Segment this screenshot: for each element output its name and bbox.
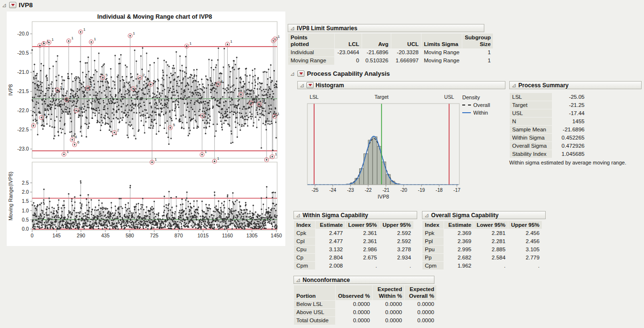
svg-text:LSL: LSL	[310, 94, 319, 100]
imr-chart-canvas[interactable]: -20.0-20.5-21.0-21.5-22.0-22.5-23.00.00.…	[7, 12, 285, 246]
table-row: LSL-25.05	[510, 93, 587, 101]
imr-chart-title: Individual & Moving Range chart of IVP8	[32, 13, 277, 20]
table-cell: 2.885	[474, 246, 508, 253]
table-cell: 0.452265	[552, 134, 587, 141]
svg-text:IVP8: IVP8	[378, 194, 389, 199]
svg-text:5: 5	[244, 90, 246, 94]
table-row: Cpl2.4772.3612.592	[294, 237, 413, 245]
within-capability-title: Within Sigma Capability	[303, 212, 368, 219]
svg-text:6: 6	[77, 140, 80, 144]
table-cell: Above USL	[294, 309, 335, 316]
table-cell: 0.510326	[362, 57, 391, 65]
disclosure-triangle-icon[interactable]: ⊿	[296, 277, 301, 283]
table-row: Cp2.8042.6752.934	[294, 254, 413, 261]
table-cell: 2.804	[316, 254, 345, 261]
table-cell: 0	[335, 57, 362, 65]
table-cell: -21.25	[552, 101, 587, 109]
table-row: Pp2.6822.5842.779	[422, 254, 542, 261]
svg-text:0: 0	[31, 233, 34, 238]
legend-within-label: Within	[473, 110, 488, 116]
svg-text:2: 2	[69, 95, 71, 99]
red-triangle-menu-button[interactable]	[9, 2, 16, 8]
table-cell: Stability Index	[510, 150, 552, 158]
table-header-cell: Lower 95%	[346, 221, 379, 229]
disclosure-triangle-icon[interactable]: ⊿	[512, 82, 516, 88]
disclosure-triangle-icon[interactable]: ⊿	[2, 2, 7, 8]
svg-text:1: 1	[83, 27, 86, 32]
red-triangle-menu-button[interactable]	[297, 70, 304, 77]
svg-text:1: 1	[189, 41, 192, 46]
table-cell: 2.592	[380, 237, 413, 245]
table-cell: LSL	[510, 93, 552, 101]
disclosure-triangle-icon[interactable]: ⊿	[296, 212, 301, 218]
table-cell: 0.0000	[373, 317, 404, 325]
table-cell: Overall Sigma	[510, 142, 552, 150]
svg-text:5: 5	[205, 111, 207, 116]
svg-text:-24: -24	[329, 187, 337, 193]
histogram-canvas[interactable]: LSLTargetUSL-25-24-23-22-21-20-19-18-17I…	[301, 91, 474, 204]
disclosure-triangle-icon[interactable]: ⊿	[290, 71, 295, 77]
within-capability-table: IndexEstimateLower 95%Upper 95%Cpk2.4772…	[293, 221, 414, 270]
legend-title: Density	[462, 94, 501, 100]
table-cell: 2.477	[316, 229, 345, 237]
table-cell: 2.934	[380, 254, 413, 261]
table-cell: Target	[510, 101, 552, 109]
svg-text:290: 290	[77, 233, 85, 238]
svg-text:Target: Target	[375, 94, 388, 100]
svg-text:-18: -18	[436, 187, 443, 193]
red-triangle-icon	[308, 84, 312, 86]
legend-item-within: Within	[462, 110, 501, 116]
table-cell: Cpm	[294, 262, 315, 269]
table-cell: .	[346, 262, 379, 269]
legend-item-overall: Overall	[462, 102, 501, 108]
table-cell: 3.132	[316, 246, 345, 253]
table-cell: Cp	[294, 254, 315, 261]
table-cell: .	[508, 262, 542, 269]
table-cell: 0.0000	[336, 317, 372, 325]
svg-text:-25: -25	[312, 187, 319, 193]
table-cell: 2.675	[346, 254, 379, 261]
svg-text:1: 1	[205, 150, 207, 154]
table-cell: Sample Mean	[510, 126, 552, 133]
disclosure-triangle-icon[interactable]: ⊿	[290, 25, 295, 31]
nonconformance-title: Nonconformance	[303, 277, 350, 283]
table-cell: 2.477	[316, 237, 345, 245]
table-cell: 0.0000	[336, 309, 372, 316]
svg-text:-19: -19	[418, 187, 425, 193]
table-cell: 2.682	[444, 254, 474, 261]
table-cell: Moving Range	[288, 57, 334, 65]
table-row: USL-17.44	[510, 109, 587, 117]
table-cell: 0.0000	[405, 301, 436, 308]
table-row: Moving Range00.5103261.666997Moving Rang…	[288, 57, 493, 65]
table-cell: Moving Range	[422, 49, 462, 57]
table-row: Target-21.25	[510, 101, 587, 109]
table-row: Within Sigma0.452265	[510, 134, 587, 141]
histogram-header: ⊿ Histogram	[297, 81, 505, 89]
disclosure-triangle-icon[interactable]: ⊿	[424, 212, 429, 218]
table-row: Cpm1.962..	[422, 262, 542, 269]
disclosure-triangle-icon[interactable]: ⊿	[300, 82, 304, 88]
red-triangle-menu-button[interactable]	[306, 82, 314, 88]
table-cell: Moving Range	[422, 57, 462, 65]
within-sigma-note: Within sigma estimated by average moving…	[509, 160, 644, 165]
svg-text:1015: 1015	[198, 233, 209, 238]
table-cell: Cpk	[294, 229, 315, 237]
table-row: Ppk2.3692.2812.456	[422, 229, 542, 237]
capability-header: ⊿ Process Capability Analysis	[290, 70, 390, 77]
svg-text:0.5: 0.5	[22, 217, 29, 223]
table-cell: 2.986	[346, 246, 379, 253]
nonconformance-table: PortionObserved %Expected Within %Expect…	[293, 285, 437, 325]
svg-text:1: 1	[44, 113, 47, 117]
svg-text:1: 1	[67, 150, 69, 154]
svg-text:3: 3	[262, 99, 264, 104]
table-header-cell: Lower 95%	[474, 221, 508, 229]
table-cell: 2.584	[474, 254, 508, 261]
table-cell: Cpu	[294, 246, 315, 253]
table-cell: -21.6896	[362, 49, 391, 57]
limit-summaries-header: ⊿ IVP8 Limit Summaries	[288, 24, 484, 32]
svg-text:2.5: 2.5	[22, 180, 29, 186]
table-row: Below LSL0.00000.00000.0000	[294, 301, 436, 308]
table-cell: 3.278	[380, 246, 413, 253]
table-cell: 2.281	[474, 237, 508, 245]
table-cell: -20.3328	[391, 49, 421, 57]
